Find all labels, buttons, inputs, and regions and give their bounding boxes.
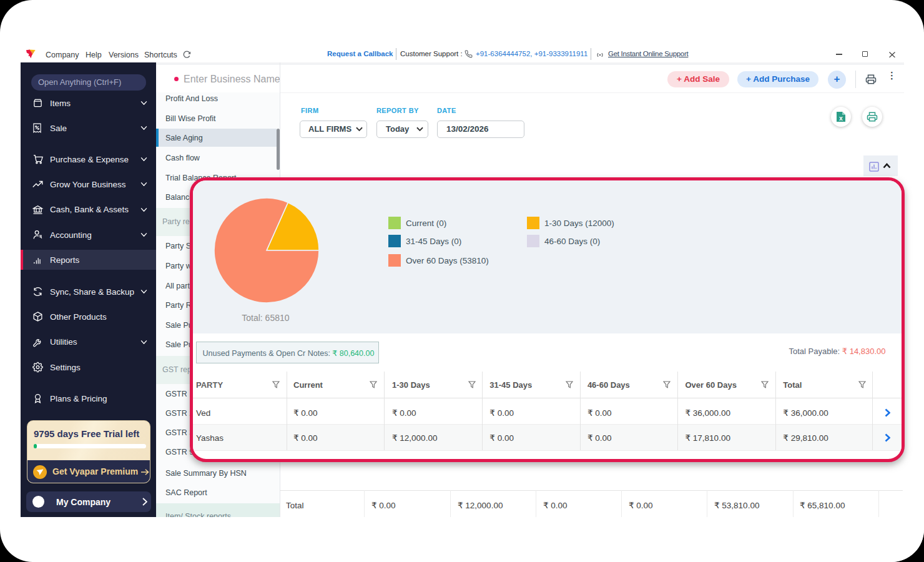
- svg-text:x: x: [839, 114, 843, 122]
